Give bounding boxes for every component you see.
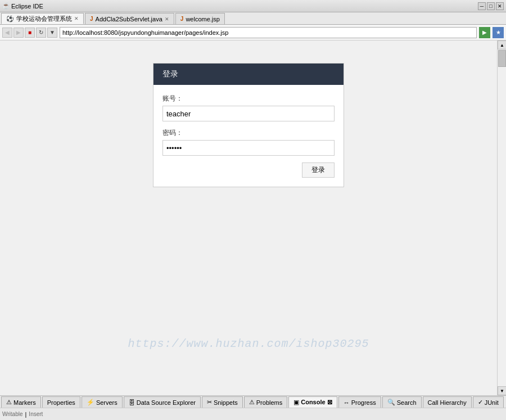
search-label: Search xyxy=(397,399,417,406)
dropdown-button[interactable]: ▼ xyxy=(47,28,57,38)
problems-label: Problems xyxy=(256,399,282,406)
maximize-button[interactable]: □ xyxy=(487,2,495,10)
bottom-tab-console[interactable]: ▣ Console ⊠ xyxy=(288,396,337,408)
junit-label: JUnit xyxy=(485,399,499,406)
tab-servlet-label: AddCla2SubServlet.java xyxy=(96,16,162,22)
markers-icon: ⚠ xyxy=(6,399,12,406)
scroll-down-arrow[interactable]: ▼ xyxy=(498,386,506,395)
snippets-icon: ✂ xyxy=(207,399,212,406)
tab-main[interactable]: ⚽ 学校运动会管理系统 ✕ xyxy=(1,13,84,24)
password-label: 密码： xyxy=(162,128,335,138)
bottom-tabs: ⚠ Markers Properties ⚡ Servers 🗄 Data So… xyxy=(0,395,506,408)
bottom-tab-junit[interactable]: ✓ JUnit xyxy=(473,396,504,408)
minimize-button[interactable]: ─ xyxy=(478,2,486,10)
junit-icon: ✓ xyxy=(478,399,483,406)
login-header: 登录 xyxy=(153,64,344,85)
username-input[interactable] xyxy=(162,106,335,121)
title-bar: ☕ Eclipse IDE ─ □ ✕ xyxy=(0,0,506,12)
status-text: Writable xyxy=(2,411,23,417)
watermark: https://www.huzhan.com/ishop30295 xyxy=(128,337,369,350)
nav-buttons: ◀ ▶ ■ ↻ ▼ xyxy=(2,28,57,38)
form-actions: 登录 xyxy=(162,162,335,178)
app-icon: ☕ xyxy=(2,2,10,10)
stop-button[interactable]: ■ xyxy=(25,28,35,38)
scrollbar-right: ▲ ▼ xyxy=(497,40,506,395)
datasource-icon: 🗄 xyxy=(129,399,135,406)
scroll-track[interactable] xyxy=(498,49,506,386)
bottom-tab-snippets[interactable]: ✂ Snippets xyxy=(202,396,243,408)
login-button[interactable]: 登录 xyxy=(302,162,335,178)
markers-label: Markers xyxy=(13,399,36,406)
bottom-tab-properties[interactable]: Properties xyxy=(42,396,80,408)
main-content: 登录 账号： 密码： 登录 https://www.huzhan.com/ish… xyxy=(0,40,497,395)
password-input[interactable] xyxy=(162,140,335,156)
go-button[interactable]: ▶ xyxy=(479,27,490,38)
favorites-button[interactable]: ★ xyxy=(493,27,504,38)
window-controls: ─ □ ✕ xyxy=(478,2,504,10)
problems-icon: ⚠ xyxy=(249,399,255,406)
servers-label: Servers xyxy=(96,399,118,406)
login-title: 登录 xyxy=(162,69,178,78)
login-body: 账号： 密码： 登录 xyxy=(153,85,344,187)
tab-bar: ⚽ 学校运动会管理系统 ✕ J AddCla2SubServlet.java ✕… xyxy=(0,12,506,25)
bottom-tab-servers[interactable]: ⚡ Servers xyxy=(82,396,123,408)
bottom-tab-markers[interactable]: ⚠ Markers xyxy=(1,396,41,408)
tab-welcome-label: welcome.jsp xyxy=(186,16,220,22)
address-input[interactable] xyxy=(60,27,477,38)
forward-button[interactable]: ▶ xyxy=(13,28,24,38)
close-button[interactable]: ✕ xyxy=(496,2,504,10)
password-group: 密码： xyxy=(162,128,335,156)
snippets-label: Snippets xyxy=(214,399,238,406)
scroll-container: 登录 账号： 密码： 登录 https://www.huzhan.com/ish… xyxy=(0,40,506,395)
login-container: 登录 账号： 密码： 登录 xyxy=(153,63,344,187)
tab-close-icon[interactable]: ✕ xyxy=(74,16,79,21)
bottom-tab-search[interactable]: 🔍 Search xyxy=(382,396,422,408)
progress-icon: ↔ xyxy=(344,399,350,406)
tab-servlet-close-icon[interactable]: ✕ xyxy=(165,16,169,22)
scroll-thumb[interactable] xyxy=(498,50,506,67)
datasource-label: Data Source Explorer xyxy=(137,399,196,406)
properties-label: Properties xyxy=(47,399,75,406)
scroll-up-arrow[interactable]: ▲ xyxy=(498,40,506,49)
refresh-button[interactable]: ↻ xyxy=(36,28,46,38)
tab-icon-j2: J xyxy=(180,16,184,22)
back-button[interactable]: ◀ xyxy=(2,28,12,38)
bottom-tab-progress[interactable]: ↔ Progress xyxy=(338,396,381,408)
callhierarchy-label: Call Hierarchy xyxy=(428,399,467,406)
username-label: 账号： xyxy=(162,94,335,103)
console-icon: ▣ xyxy=(293,399,299,406)
title-bar-left: ☕ Eclipse IDE xyxy=(2,2,43,10)
tab-welcome[interactable]: J welcome.jsp xyxy=(175,13,225,24)
bottom-tab-problems[interactable]: ⚠ Problems xyxy=(244,396,287,408)
tab-label: 学校运动会管理系统 xyxy=(16,15,72,23)
progress-label: Progress xyxy=(351,399,376,406)
status-bar: Writable | Insert xyxy=(0,408,506,420)
search-icon: 🔍 xyxy=(387,399,395,406)
status-divider: | xyxy=(25,411,27,418)
status-insert: Insert xyxy=(29,411,43,417)
servers-icon: ⚡ xyxy=(87,399,94,406)
console-label: Console ⊠ xyxy=(301,399,332,406)
tab-icon-j: J xyxy=(90,16,93,22)
app-title: Eclipse IDE xyxy=(11,3,43,10)
bottom-tab-callhierarchy[interactable]: Call Hierarchy xyxy=(423,396,472,408)
tab-servlet[interactable]: J AddCla2SubServlet.java ✕ xyxy=(85,13,174,24)
bottom-tab-datasource[interactable]: 🗄 Data Source Explorer xyxy=(124,396,201,408)
address-bar: ◀ ▶ ■ ↻ ▼ ▶ ★ xyxy=(0,25,506,40)
tab-icon: ⚽ xyxy=(6,15,14,22)
username-group: 账号： xyxy=(162,94,335,121)
